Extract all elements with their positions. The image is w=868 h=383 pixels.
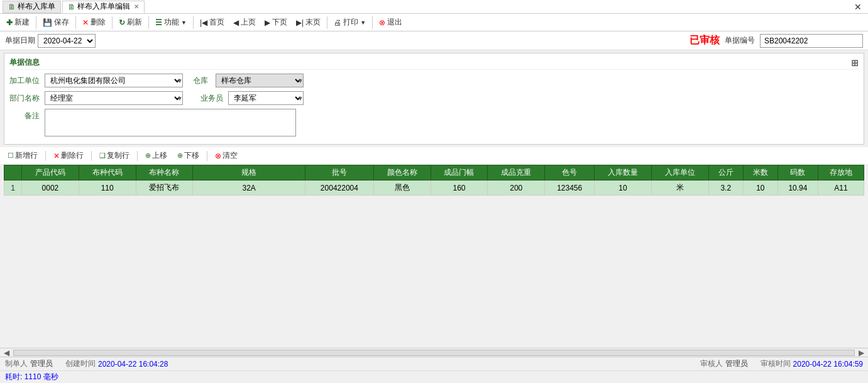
audit-time-value: 2020-04-22 16:04:59 [793,360,863,369]
auditor-value: 管理员 [725,358,748,369]
row-num: 1 [4,180,22,196]
window-close-button[interactable]: ✕ [850,2,865,12]
audit-status: 已审核 [689,34,720,47]
dept-label: 部门名称 [9,93,40,104]
hscroll-right-button[interactable]: ▶ [856,348,867,357]
elapsed-value: 1110 毫秒 [25,372,58,381]
col-product-code: 产品代码 [22,165,79,180]
cell-spec: 32A [193,180,305,196]
cell-fabric-name: 爱招飞布 [136,180,193,196]
move-up-button[interactable]: ⊕ 上移 [141,150,171,162]
cell-product-code: 0002 [22,180,79,196]
table-row[interactable]: 1 0002 110 爱招飞布 32A 200422004 黑色 160 200… [4,180,864,196]
doc-number-input[interactable] [760,34,863,48]
move-down-button[interactable]: ⊕ 下移 [173,150,203,162]
delete-button[interactable]: ✕ 删除 [79,16,109,29]
move-up-icon: ⊕ [145,152,151,160]
company-select[interactable]: 杭州电化集团有限公司 [45,74,183,87]
staff-select[interactable]: 李延军 [228,91,304,105]
sep4 [148,16,149,29]
sep3 [112,16,113,29]
last-icon: ▶| [296,18,304,27]
next-icon: ▶ [265,18,270,27]
collapse-button[interactable]: ⊞ [851,58,859,68]
cell-color-name: 黑色 [373,180,431,196]
info-row-1: 加工单位 杭州电化集团有限公司 ▼ 仓库 样布仓库 ▼ [9,74,859,87]
warehouse-label: 仓库 [193,75,211,86]
warehouse-select[interactable]: 样布仓库 [216,74,304,87]
date-row: 单据日期 2020-04-22 已审核 单据编号 [0,31,868,50]
hscroll-left-button[interactable]: ◀ [1,348,12,357]
del-row-icon: ✕ [53,152,60,160]
info-row-2: 部门名称 经理室 ▼ 业务员 李延军 ▼ [9,91,859,105]
prev-button[interactable]: ◀ 上页 [229,16,260,29]
exit-button[interactable]: ⊗ 退出 [375,16,406,29]
grid-sep2 [91,151,92,161]
save-button[interactable]: 💾 保存 [39,16,73,29]
exit-icon: ⊗ [379,18,385,27]
sep1 [36,16,36,29]
tab-1[interactable]: 🗎 样布入库单 [3,1,61,13]
copy-row-button[interactable]: ❑ 复制行 [96,150,133,162]
remark-label: 备注 [9,111,40,121]
sep5 [193,16,194,29]
dept-select[interactable]: 经理室 [45,91,183,105]
grid-toolbar: ☐ 新增行 ✕ 删除行 ❑ 复制行 ⊕ 上移 ⊕ 下移 ⊗ 清空 [0,147,868,165]
col-weight: 成品克重 [488,165,545,180]
col-fabric-code: 布种代码 [79,165,136,180]
cell-meters: 10 [743,180,777,196]
col-batch: 批号 [305,165,374,180]
elapsed-label: 耗时: [5,372,25,381]
tab-2[interactable]: 🗎 样布入库单编辑 ✕ [62,1,145,13]
date-select[interactable]: 2020-04-22 [38,34,96,48]
cell-yards: 10.94 [777,180,818,196]
create-time-value: 2020-04-22 16:04:28 [98,360,168,369]
auditor-label: 审核人 [700,358,723,369]
move-down-icon: ⊕ [177,152,183,160]
add-row-button[interactable]: ☐ 新增行 [4,150,41,162]
col-color-no: 色号 [545,165,595,180]
cell-location: A11 [818,180,864,196]
clear-button[interactable]: ⊗ 清空 [211,150,241,162]
create-time-area: 创建时间 2020-04-22 16:04:28 [65,358,168,369]
tab-2-close[interactable]: ✕ [134,3,139,10]
info-section-header: 单据信息 ⊞ [9,57,859,70]
staff-label: 业务员 [193,93,223,104]
col-spec: 规格 [193,165,305,180]
remark-textarea[interactable] [45,109,296,136]
grid-sep4 [207,151,207,161]
first-button[interactable]: |◀ 首页 [196,16,228,29]
grid-sep3 [137,151,138,161]
function-arrow: ▼ [181,19,187,26]
audit-time-area: 审核时间 2020-04-22 16:04:59 [761,358,863,369]
company-label: 加工单位 [9,75,40,86]
creator-label: 制单人 [5,358,28,369]
print-button[interactable]: 🖨 打印 ▼ [330,16,370,29]
title-bar: 🗎 样布入库单 🗎 样布入库单编辑 ✕ ✕ [0,0,868,14]
tab-1-label: 样布入库单 [18,1,55,12]
col-unit: 入库单位 [651,165,708,180]
creator-value: 管理员 [30,358,53,369]
audit-time-label: 审核时间 [761,358,791,369]
auditor-area: 审核人 管理员 [700,358,748,369]
col-color-name: 颜色名称 [373,165,431,180]
info-section: 单据信息 ⊞ 加工单位 杭州电化集团有限公司 ▼ 仓库 样布仓库 ▼ 部门名称 … [4,53,864,145]
hscroll: ◀ ▶ [0,348,868,357]
hscroll-track[interactable] [13,350,855,356]
delete-icon: ✕ [82,18,89,27]
save-icon: 💾 [43,18,52,27]
function-button[interactable]: ☰ 功能 ▼ [151,16,190,29]
toolbar: ✚ 新建 💾 保存 ✕ 删除 ↻ 刷新 ☰ 功能 ▼ |◀ 首页 ◀ 上页 ▶ … [0,14,868,31]
del-row-button[interactable]: ✕ 删除行 [50,150,87,162]
next-button[interactable]: ▶ 下页 [261,16,291,29]
tab-2-icon: 🗎 [68,3,75,11]
cell-weight: 200 [488,180,545,196]
tab-1-icon: 🗎 [8,3,16,11]
refresh-icon: ↻ [119,18,125,27]
cell-fabric-code: 110 [79,180,136,196]
col-meters: 米数 [743,165,777,180]
last-button[interactable]: ▶| 末页 [292,16,324,29]
refresh-button[interactable]: ↻ 刷新 [115,16,146,29]
new-button[interactable]: ✚ 新建 [3,16,33,29]
add-row-icon: ☐ [8,152,14,160]
